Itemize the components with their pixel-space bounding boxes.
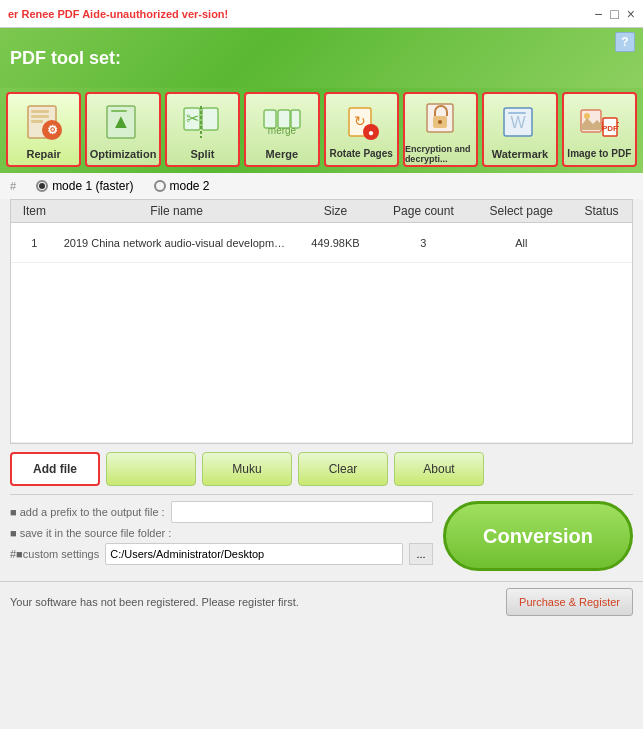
tool-split[interactable]: ✂ Split [165,92,240,167]
prefix-row: ■ add a prefix to the output file : [10,501,433,523]
file-table: Item File name Size Page count Select pa… [11,200,632,443]
rotate-icon: ↻ ● [339,100,383,144]
status-message: Your software has not been registered. P… [10,596,299,608]
tool-image-to-pdf[interactable]: PDF PDF Image to PDF [562,92,637,167]
save-row: ■ save it in the source file folder : [10,527,433,539]
app-title: PDF tool set: [10,48,121,69]
merge-icon: merge [260,100,304,144]
tool-repair[interactable]: ⚙ Repair [6,92,81,167]
optimization-label: Optimization [90,148,157,160]
mode2-option[interactable]: mode 2 [154,179,210,193]
close-button[interactable]: × [627,6,635,22]
tool-watermark[interactable]: W Watermark [482,92,557,167]
image-to-pdf-label: Image to PDF [567,148,631,159]
svg-text:⚙: ⚙ [46,123,57,137]
encryption-icon [419,96,463,140]
minimize-button[interactable]: − [594,6,602,22]
watermark-icon: W [498,100,542,144]
optimization-icon: ▲ [101,100,145,144]
save-label: ■ save it in the source file folder : [10,527,171,539]
svg-text:W: W [510,114,526,131]
maximize-button[interactable]: □ [610,6,618,22]
mode-hash: # [10,180,16,192]
cell-size: 449.98KB [296,223,376,263]
svg-text:▲: ▲ [111,110,131,132]
repair-label: Repair [27,148,61,160]
mode2-label: mode 2 [170,179,210,193]
mode-selector: # mode 1 (faster) mode 2 [0,173,643,199]
conversion-button[interactable]: Conversion [443,501,633,571]
tool-bar: ⚙ Repair ▲ Optimization ✂ Split [0,88,643,173]
svg-text:merge: merge [268,125,297,136]
col-item: Item [11,200,58,223]
svg-text:●: ● [368,127,374,138]
mode1-radio[interactable] [36,180,48,192]
split-icon: ✂ [180,100,224,144]
window-controls: − □ × [594,6,635,22]
encryption-label: Encryption and decrypti... [405,144,476,164]
svg-rect-2 [31,115,49,118]
col-status: Status [571,200,632,223]
svg-text:PDF: PDF [602,124,618,133]
about-button[interactable]: About [394,452,484,486]
table-row: 1 2019 China network audio-visual develo… [11,223,632,263]
buttons-row: Add file Muku Clear About [0,444,643,494]
cell-pagecount: 3 [375,223,471,263]
custom-row: #■custom settings ... [10,543,433,565]
tool-encryption[interactable]: Encryption and decrypti... [403,92,478,167]
tool-optimization[interactable]: ▲ Optimization [85,92,160,167]
svg-rect-10 [202,108,218,130]
col-selectpage: Select page [471,200,571,223]
cell-filename: 2019 China network audio-visual developm… [58,223,296,263]
file-table-wrapper: Item File name Size Page count Select pa… [10,199,633,444]
rotate-label: Rotate Pages [330,148,393,159]
svg-rect-1 [31,110,49,113]
watermark-label: Watermark [492,148,548,160]
repair-icon: ⚙ [22,100,66,144]
col-size: Size [296,200,376,223]
add-file-button[interactable]: Add file [10,452,100,486]
prefix-input[interactable] [171,501,433,523]
browse-button[interactable]: ... [409,543,433,565]
file-table-body: 1 2019 China network audio-visual develo… [11,223,632,443]
muku-button[interactable]: Muku [202,452,292,486]
btn2-button[interactable] [106,452,196,486]
svg-rect-26 [508,112,526,114]
clear-button[interactable]: Clear [298,452,388,486]
purchase-button[interactable]: Purchase & Register [506,588,633,616]
svg-text:↻: ↻ [354,113,366,129]
mode1-label: mode 1 (faster) [52,179,133,193]
prefix-label: ■ add a prefix to the output file : [10,506,165,518]
tool-rotate[interactable]: ↻ ● Rotate Pages [324,92,399,167]
app-header: PDF tool set: [0,28,643,88]
col-pagecount: Page count [375,200,471,223]
status-bar: Your software has not been registered. P… [0,581,643,622]
mode1-option[interactable]: mode 1 (faster) [36,179,133,193]
custom-path-input[interactable] [105,543,403,565]
svg-text:✂: ✂ [186,110,199,127]
col-filename: File name [58,200,296,223]
window-title: er Renee PDF Aide-unauthorized ver-sion! [8,8,228,20]
cell-item: 1 [11,223,58,263]
svg-point-23 [438,120,442,124]
merge-label: Merge [266,148,298,160]
svg-rect-8 [111,110,127,112]
tool-merge[interactable]: merge Merge [244,92,319,167]
image-to-pdf-icon: PDF PDF [577,100,621,144]
split-label: Split [191,148,215,160]
svg-rect-3 [31,120,43,123]
mode2-radio[interactable] [154,180,166,192]
settings-area: ■ add a prefix to the output file : ■ sa… [10,501,433,569]
title-bar: er Renee PDF Aide-unauthorized ver-sion!… [0,0,643,28]
settings-conversion-row: ■ add a prefix to the output file : ■ sa… [0,495,643,577]
help-button[interactable]: ? [615,32,635,52]
cell-status [571,223,632,263]
cell-selectpage[interactable]: All [471,223,571,263]
custom-label: #■custom settings [10,548,99,560]
